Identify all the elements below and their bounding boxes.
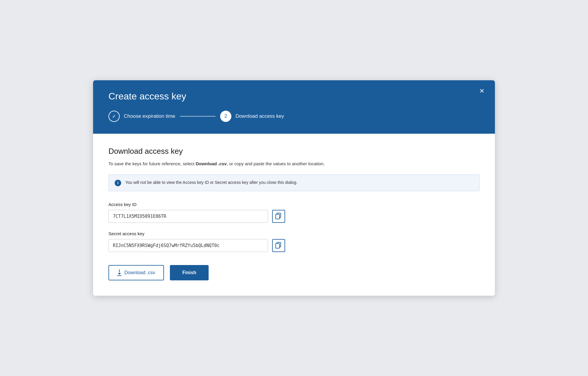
info-icon: i xyxy=(115,180,121,186)
secret-key-row xyxy=(108,239,480,252)
copy-icon xyxy=(275,213,282,220)
copy-secret-icon xyxy=(275,242,282,249)
modal-body: Download access key To save the keys for… xyxy=(93,134,495,296)
access-key-row xyxy=(108,210,480,223)
info-box: i You will not be able to view the Acces… xyxy=(108,174,480,191)
svg-rect-1 xyxy=(276,214,280,219)
step-1-circle: ✓ xyxy=(108,111,120,122)
svg-rect-3 xyxy=(276,243,280,248)
modal-title: Create access key xyxy=(108,91,480,102)
create-access-key-modal: × Create access key ✓ Choose expiration … xyxy=(93,80,495,296)
access-key-field-group: Access key ID xyxy=(108,202,480,223)
copy-secret-key-button[interactable] xyxy=(272,239,285,252)
step-1-icon: ✓ xyxy=(112,113,116,120)
description: To save the keys for future reference, s… xyxy=(108,161,480,167)
secret-key-field-group: Secret access key xyxy=(108,231,480,252)
finish-button[interactable]: Finish xyxy=(170,265,209,280)
copy-access-key-button[interactable] xyxy=(272,210,285,223)
step-2: 2 Download access key xyxy=(220,111,284,122)
stepper: ✓ Choose expiration time 2 Download acce… xyxy=(108,111,480,122)
step-1-label: Choose expiration time xyxy=(124,113,175,119)
download-csv-label: Download .csv xyxy=(124,270,155,275)
description-prefix: To save the keys for future reference, s… xyxy=(108,161,196,166)
step-1: ✓ Choose expiration time xyxy=(108,111,175,122)
download-csv-button[interactable]: Download .csv xyxy=(108,265,164,280)
description-highlight: Download .csv xyxy=(196,161,227,166)
access-key-input[interactable] xyxy=(108,210,268,223)
secret-key-label: Secret access key xyxy=(108,231,480,236)
footer-actions: Download .csv Finish xyxy=(108,265,480,280)
step-2-label: Download access key xyxy=(235,113,284,119)
download-icon xyxy=(117,269,121,276)
info-text: You will not be able to view the Access … xyxy=(125,179,297,186)
secret-key-input[interactable] xyxy=(108,239,268,252)
access-key-label: Access key ID xyxy=(108,202,480,207)
step-2-number: 2 xyxy=(224,113,227,119)
modal-header: × Create access key ✓ Choose expiration … xyxy=(93,80,495,134)
step-connector xyxy=(180,116,215,117)
description-suffix: , or copy and paste the values to anothe… xyxy=(227,161,325,166)
close-button[interactable]: × xyxy=(480,87,484,95)
section-title: Download access key xyxy=(108,147,480,156)
step-2-circle: 2 xyxy=(220,111,231,122)
